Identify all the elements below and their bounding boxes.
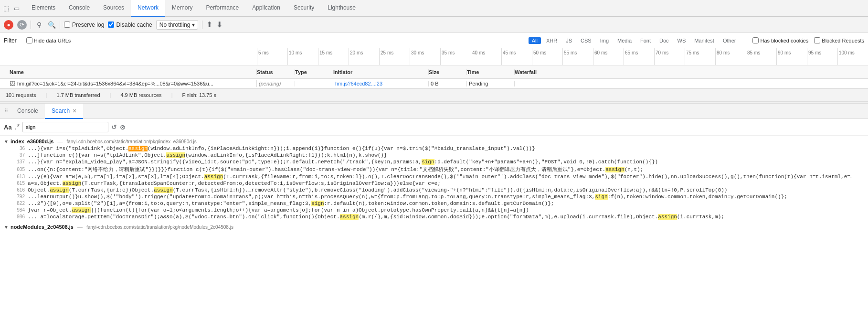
table-header: Name Status Type Initiator Size Time Wat… bbox=[0, 65, 868, 79]
result-line-content: ...2"){[0],o=e.split("2")[1],a={from:i,t… bbox=[28, 201, 554, 206]
result-line-content: a=s,Object.assign(T.currTask,{translated… bbox=[28, 181, 441, 186]
filter-type-ws[interactable]: WS bbox=[674, 37, 689, 44]
result-line-number: 37 bbox=[11, 152, 25, 158]
tab-console[interactable]: Console bbox=[62, 0, 96, 17]
filter-type-media[interactable]: Media bbox=[614, 37, 635, 44]
col-header-size[interactable]: Size bbox=[429, 69, 467, 75]
result-line[interactable]: 605...on({n:{content:"网络不给力，请稍后重试"}})}}}… bbox=[4, 165, 864, 173]
timeline-tick: 80 ms bbox=[715, 48, 746, 65]
result-line[interactable]: 792...learOutput()}u.show(),$('"body"').… bbox=[4, 193, 864, 200]
result-line[interactable]: 986... a=localStorage.getItem("docTransD… bbox=[4, 214, 864, 220]
tab-memory[interactable]: Memory bbox=[165, 0, 199, 17]
tab-elements[interactable]: Elements bbox=[25, 0, 62, 17]
preserve-log-label[interactable]: Preserve log bbox=[64, 21, 104, 28]
result-line[interactable]: 36...){var i=s("tplAdLink",Object.assign… bbox=[4, 145, 864, 152]
result-line-content: ...){var i=s("tplAdLink",Object.assign(w… bbox=[28, 146, 535, 151]
clear-button[interactable]: ⟳ bbox=[17, 20, 27, 30]
filter-type-manifest[interactable]: Manifest bbox=[691, 37, 718, 44]
filter-type-other[interactable]: Other bbox=[720, 37, 740, 44]
device-icon[interactable]: ▭ bbox=[12, 4, 21, 12]
result-line[interactable]: 984}var r=Object.assign||(function(t){fo… bbox=[4, 207, 864, 214]
filter-type-css[interactable]: CSS bbox=[577, 37, 595, 44]
devtools-icons: ⬚ ▭ bbox=[2, 4, 21, 12]
search-match: assign bbox=[166, 152, 185, 158]
refresh-search-icon[interactable]: ↺ bbox=[111, 123, 117, 131]
search-input[interactable] bbox=[22, 122, 108, 132]
result-line[interactable]: 137...}{var n="explain_video_play",a=JSO… bbox=[4, 159, 864, 165]
stop-recording-button[interactable]: ● bbox=[4, 20, 13, 30]
result-line[interactable]: 822...2"){[0],o=e.split("2")[1],a={from:… bbox=[4, 200, 864, 207]
throttle-select[interactable]: No throttling ▾ bbox=[156, 20, 199, 30]
bottom-tab-search[interactable]: Search × bbox=[45, 104, 83, 119]
clear-search-icon[interactable]: ⊗ bbox=[120, 123, 126, 131]
match-case-button[interactable]: Aa bbox=[4, 124, 12, 131]
bottom-tab-console[interactable]: Console bbox=[11, 104, 45, 119]
blocked-requests-label[interactable]: Blocked Requests bbox=[814, 37, 864, 43]
hide-data-urls-checkbox[interactable] bbox=[26, 37, 32, 43]
tab-security[interactable]: Security bbox=[287, 0, 321, 17]
filter-type-img[interactable]: Img bbox=[597, 37, 612, 44]
tab-application[interactable]: Application bbox=[245, 0, 287, 17]
summary-bar: 101 requests | 1.7 MB transferred | 4.9 … bbox=[0, 88, 868, 102]
regex-button[interactable]: .* bbox=[15, 123, 20, 131]
row-initiator-link[interactable]: hm.js?64ecd82...:23 bbox=[335, 81, 382, 86]
filter-label: Filter bbox=[4, 37, 17, 44]
import-har-icon[interactable]: ⬆ bbox=[206, 20, 212, 29]
result-line[interactable]: 616Object.assign(T.currTask,{url:c})Obje… bbox=[4, 187, 864, 193]
timeline-tick: 35 ms bbox=[440, 48, 471, 65]
row-name-text: hm.gif?cc=1&ck=1&cl=24-bit&ds=1536x864&v… bbox=[17, 81, 213, 86]
tab-network[interactable]: Network bbox=[131, 0, 165, 17]
expand-icon: ▼ bbox=[4, 139, 9, 144]
result-line-content: ...}function c(){var n=s("tplAdLink",Obj… bbox=[28, 152, 387, 158]
resources-size: 4.9 MB resources bbox=[120, 92, 161, 98]
col-header-initiator[interactable]: Initiator bbox=[333, 69, 429, 75]
drag-handle[interactable]: ⠿ bbox=[4, 109, 9, 114]
result-file-header[interactable]: ▼ index_e36080d.js — fanyi-cdn.bcebos.co… bbox=[4, 138, 864, 145]
row-size-text: 0 B bbox=[431, 81, 439, 86]
col-header-name[interactable]: Name bbox=[0, 69, 257, 75]
filter-type-font[interactable]: Font bbox=[637, 37, 654, 44]
result-line-number: 137 bbox=[11, 159, 25, 164]
timeline-tick: 50 ms bbox=[532, 48, 562, 65]
timeline-tick: 90 ms bbox=[776, 48, 807, 65]
result-line[interactable]: 37...}function c(){var n=s("tplAdLink",O… bbox=[4, 152, 864, 159]
bottom-panel: ⠿ Console Search × Aa .* ↺ ⊗ ▼ index_e36… bbox=[0, 104, 868, 279]
disable-cache-label[interactable]: Disable cache bbox=[108, 21, 152, 28]
timeline-tick: 85 ms bbox=[746, 48, 776, 65]
has-blocked-cookies-checkbox[interactable] bbox=[752, 37, 759, 43]
inspect-icon[interactable]: ⬚ bbox=[2, 4, 11, 12]
result-line[interactable]: 613...y(e){var a=w(e,5),r=a[1],i=a[2],s=… bbox=[4, 173, 864, 180]
tab-lighthouse[interactable]: Lighthouse bbox=[321, 0, 362, 17]
timeline-header: 5 ms10 ms15 ms20 ms25 ms30 ms35 ms40 ms4… bbox=[0, 48, 868, 65]
col-header-time[interactable]: Time bbox=[467, 69, 515, 75]
filter-type-doc[interactable]: Doc bbox=[656, 37, 672, 44]
result-line[interactable]: 615a=s,Object.assign(T.currTask,{transla… bbox=[4, 180, 864, 187]
result-line-number: 792 bbox=[11, 194, 25, 199]
col-header-type[interactable]: Type bbox=[295, 69, 333, 75]
tab-sources[interactable]: Sources bbox=[96, 0, 131, 17]
filter-type-xhr[interactable]: XHR bbox=[543, 37, 561, 44]
hide-data-urls-label[interactable]: Hide data URLs bbox=[26, 37, 71, 43]
filter-type-all[interactable]: All bbox=[529, 37, 541, 44]
col-header-status[interactable]: Status bbox=[257, 69, 295, 75]
export-har-icon[interactable]: ⬇ bbox=[216, 20, 222, 29]
blocked-requests-checkbox[interactable] bbox=[814, 37, 820, 43]
search-tab-close-icon[interactable]: × bbox=[73, 107, 76, 115]
col-header-waterfall[interactable]: Waterfall bbox=[515, 69, 868, 75]
filter-bar: Filter Hide data URLs All XHR JS CSS Img… bbox=[0, 33, 868, 48]
filter-icon[interactable]: ⚲ bbox=[35, 21, 43, 29]
result-file-header[interactable]: ▼ nodeModules_2c04508.js — fanyi-cdn.bce… bbox=[4, 223, 864, 231]
row-name-cell: 🖼 hm.gif?cc=1&ck=1&cl=24-bit&ds=1536x864… bbox=[0, 80, 257, 87]
timeline-tick: 55 ms bbox=[562, 48, 593, 65]
timeline-tick: 10 ms bbox=[287, 48, 318, 65]
disable-cache-checkbox[interactable] bbox=[108, 21, 114, 28]
preserve-log-checkbox[interactable] bbox=[64, 21, 70, 28]
timeline-tick: 60 ms bbox=[593, 48, 624, 65]
timeline-tick: 15 ms bbox=[318, 48, 349, 65]
has-blocked-cookies-label[interactable]: Has blocked cookies bbox=[752, 37, 808, 43]
table-row[interactable]: 🖼 hm.gif?cc=1&ck=1&cl=24-bit&ds=1536x864… bbox=[0, 79, 868, 88]
tab-performance[interactable]: Performance bbox=[199, 0, 245, 17]
search-match: assign bbox=[72, 207, 91, 213]
search-icon[interactable]: 🔍 bbox=[47, 21, 56, 29]
filter-type-js[interactable]: JS bbox=[562, 37, 575, 44]
